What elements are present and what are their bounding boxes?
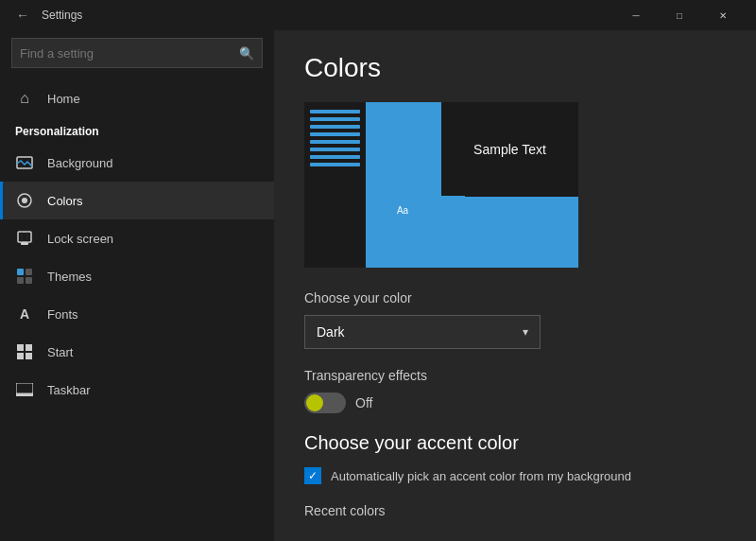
sidebar-item-start-label: Start <box>47 345 73 359</box>
sidebar-item-fonts[interactable]: A Fonts <box>0 295 274 333</box>
preview-stripe-1 <box>310 110 360 113</box>
transparency-toggle[interactable] <box>304 393 346 413</box>
svg-rect-12 <box>26 353 32 359</box>
taskbar-icon <box>15 380 34 399</box>
svg-rect-7 <box>17 277 24 284</box>
transparency-section: Transparency effects Off <box>304 368 726 413</box>
sidebar-item-home[interactable]: ⌂ Home <box>0 79 274 117</box>
svg-rect-4 <box>21 242 28 245</box>
fonts-icon: A <box>15 305 34 323</box>
home-icon: ⌂ <box>15 89 34 108</box>
title-bar: ← Settings ─ □ ✕ <box>0 0 756 30</box>
preview-stripe-5 <box>310 140 360 144</box>
choose-color-heading: Choose your color <box>304 290 726 305</box>
preview-stripe-7 <box>310 155 360 159</box>
sidebar-item-themes[interactable]: Themes <box>0 257 274 295</box>
svg-rect-13 <box>16 383 33 393</box>
svg-rect-5 <box>17 269 24 275</box>
themes-icon <box>15 267 34 286</box>
sidebar: 🔍 ⌂ Home Personalization Background <box>0 30 274 541</box>
preview-tile-small-4 <box>437 228 465 256</box>
sidebar-item-background-label: Background <box>47 156 112 170</box>
preview-stripe-3 <box>310 125 360 129</box>
sidebar-item-lockscreen[interactable]: Lock screen <box>0 219 274 257</box>
transparency-heading: Transparency effects <box>304 368 726 383</box>
colors-icon <box>15 191 34 210</box>
page-title: Colors <box>304 53 726 83</box>
preview-stripe-4 <box>310 132 360 136</box>
preview-stripe-8 <box>310 163 360 166</box>
sidebar-item-background[interactable]: Background <box>0 144 274 182</box>
window-controls: ─ □ ✕ <box>614 0 745 30</box>
sidebar-item-themes-label: Themes <box>47 270 92 284</box>
search-box[interactable]: 🔍 <box>11 38 263 68</box>
preview-sample-text: Sample Text <box>473 142 546 157</box>
sidebar-item-colors-label: Colors <box>47 194 83 208</box>
minimize-button[interactable]: ─ <box>614 0 658 30</box>
sidebar-item-start[interactable]: Start <box>0 333 274 371</box>
toggle-row: Off <box>304 393 726 413</box>
svg-rect-14 <box>16 393 33 396</box>
svg-rect-6 <box>26 269 32 275</box>
close-button[interactable]: ✕ <box>701 0 745 30</box>
chevron-down-icon: ▾ <box>523 325 528 339</box>
svg-rect-3 <box>18 232 31 242</box>
preview-stripe-6 <box>310 148 360 151</box>
preview-tile-small-3 <box>404 228 433 256</box>
auto-accent-checkbox[interactable]: ✓ <box>304 467 321 484</box>
sidebar-item-taskbar[interactable]: Taskbar <box>0 371 274 409</box>
search-icon: 🔍 <box>239 46 254 61</box>
color-preview: Sample Text Aa <box>304 102 578 268</box>
content-area: Colors Sample Text Aa <box>274 30 756 541</box>
auto-accent-row: ✓ Automatically pick an accent color fro… <box>304 467 726 484</box>
preview-tile-small-2 <box>372 228 401 256</box>
preview-tile-small-1 <box>437 196 465 224</box>
preview-dark-rect: Sample Text <box>441 102 578 197</box>
sidebar-section-label: Personalization <box>0 117 274 144</box>
maximize-button[interactable]: □ <box>658 0 701 30</box>
sidebar-item-home-label: Home <box>47 92 80 106</box>
search-input[interactable] <box>20 46 239 61</box>
main-layout: 🔍 ⌂ Home Personalization Background <box>0 30 756 541</box>
background-icon <box>15 153 34 172</box>
sidebar-item-taskbar-label: Taskbar <box>47 383 91 397</box>
preview-tile-wide: Aa <box>372 196 433 224</box>
sidebar-item-lockscreen-label: Lock screen <box>47 232 113 246</box>
auto-accent-label: Automatically pick an accent color from … <box>331 469 631 483</box>
svg-rect-11 <box>17 353 24 359</box>
accent-color-heading: Choose your accent color <box>304 432 726 454</box>
sidebar-item-colors[interactable]: Colors <box>0 182 274 219</box>
start-icon <box>15 342 34 361</box>
svg-rect-10 <box>26 344 32 351</box>
sidebar-item-fonts-label: Fonts <box>47 307 78 322</box>
color-dropdown[interactable]: Dark ▾ <box>304 315 541 349</box>
dropdown-value: Dark <box>317 324 345 340</box>
toggle-state-label: Off <box>355 395 372 410</box>
preview-tiles: Aa <box>372 196 465 256</box>
recent-colors-heading: Recent colors <box>304 503 726 518</box>
toggle-thumb <box>306 394 323 411</box>
lockscreen-icon <box>15 229 34 248</box>
svg-rect-8 <box>26 277 32 284</box>
checkmark-icon: ✓ <box>308 469 318 482</box>
back-button[interactable]: ← <box>11 4 34 26</box>
preview-stripe-2 <box>310 117 360 121</box>
svg-point-2 <box>22 198 27 203</box>
preview-left-panel <box>304 102 366 268</box>
title-bar-title: Settings <box>42 9 614 22</box>
svg-rect-9 <box>17 344 24 351</box>
